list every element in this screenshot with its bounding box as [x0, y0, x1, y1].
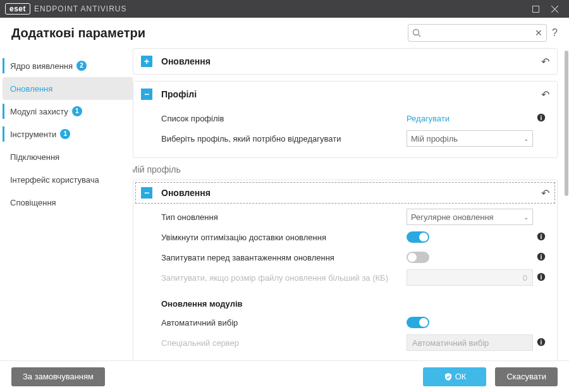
- sidebar-badge: 1: [72, 106, 82, 116]
- custom-server-label: Спеціальний сервер: [161, 338, 407, 348]
- edit-link[interactable]: Редагувати: [407, 114, 450, 123]
- optimize-toggle[interactable]: [407, 231, 429, 243]
- sidebar-item-label: Сповіщення: [10, 198, 56, 207]
- chevron-down-icon: ⌄: [523, 214, 529, 221]
- svg-line-4: [419, 35, 421, 37]
- collapse-minus-icon[interactable]: −: [141, 187, 152, 199]
- ask-size-input: 0: [407, 269, 533, 286]
- svg-text:i: i: [541, 273, 542, 280]
- sidebar-item-connection[interactable]: Підключення: [3, 145, 133, 168]
- select-profile-label: Виберіть профіль, який потрібно відредаг…: [161, 134, 407, 144]
- svg-text:i: i: [541, 338, 542, 345]
- header: Додаткові параметри ✕ ?: [0, 18, 569, 48]
- panel-header[interactable]: − Оновлення ↶: [133, 180, 557, 205]
- ask-size-label: Запитувати, якщо розмір файлу оновлення …: [161, 273, 407, 283]
- svg-text:i: i: [541, 253, 542, 260]
- search-icon: [412, 28, 421, 37]
- update-type-label: Тип оновлення: [161, 212, 407, 222]
- scrollbar-thumb[interactable]: [565, 51, 568, 196]
- modules-heading: Оновлення модулів: [161, 299, 549, 309]
- clear-search-icon[interactable]: ✕: [535, 28, 542, 38]
- select-value: Мій профіль: [411, 134, 458, 144]
- undo-icon[interactable]: ↶: [541, 187, 549, 199]
- sidebar-item-protection[interactable]: Модулі захисту 1: [3, 100, 133, 123]
- my-profile-heading: Мій профіль: [133, 164, 558, 175]
- panel-title: Оновлення: [161, 188, 541, 198]
- sidebar-item-label: Інтерфейс користувача: [10, 175, 99, 185]
- svg-point-3: [413, 30, 419, 35]
- sidebar-item-detection[interactable]: Ядро виявлення 2: [3, 54, 133, 77]
- panel-title: Профілі: [161, 89, 541, 99]
- sidebar-badge: 1: [60, 129, 70, 139]
- profile-select[interactable]: Мій профіль ⌄: [407, 130, 533, 147]
- auto-select-toggle[interactable]: [407, 317, 429, 328]
- product-name: ENDPOINT ANTIVIRUS: [34, 4, 126, 13]
- info-icon[interactable]: i: [533, 252, 549, 263]
- ask-download-toggle[interactable]: [407, 252, 429, 263]
- update-type-select[interactable]: Регулярне оновлення ⌄: [407, 209, 533, 225]
- shield-icon: [444, 372, 453, 381]
- scrollbar[interactable]: [564, 48, 569, 360]
- footer: За замовчуванням ОК Скасувати: [0, 360, 569, 392]
- sidebar-item-label: Інструменти: [10, 130, 56, 139]
- cancel-button[interactable]: Скасувати: [495, 367, 558, 386]
- maximize-icon[interactable]: [526, 0, 545, 18]
- sidebar-item-label: Ядро виявлення: [10, 61, 73, 71]
- sidebar-item-tools[interactable]: Інструменти 1: [3, 123, 133, 145]
- sidebar-item-label: Підключення: [10, 152, 59, 162]
- panel-updates-collapsed: + Оновлення ↶: [133, 48, 558, 75]
- chevron-down-icon: ⌄: [523, 135, 529, 142]
- panel-update-section: − Оновлення ↶ Тип оновлення Регулярне он…: [133, 180, 558, 360]
- ok-button[interactable]: ОК: [423, 367, 486, 386]
- sidebar-item-label: Оновлення: [10, 84, 52, 94]
- sidebar-item-label: Модулі захисту: [10, 107, 68, 116]
- select-value: Регулярне оновлення: [411, 212, 494, 222]
- svg-rect-0: [532, 6, 539, 12]
- collapse-minus-icon[interactable]: −: [141, 89, 152, 100]
- panel-header[interactable]: − Профілі ↶: [133, 82, 557, 107]
- sidebar: Ядро виявлення 2 Оновлення Модулі захист…: [0, 48, 133, 360]
- expand-plus-icon[interactable]: +: [141, 56, 152, 67]
- info-icon[interactable]: i: [533, 232, 549, 243]
- ask-download-label: Запитувати перед завантаженням оновлення: [161, 253, 407, 262]
- search-box[interactable]: ✕: [408, 24, 547, 42]
- help-button[interactable]: ?: [552, 27, 558, 39]
- panel-header[interactable]: + Оновлення ↶: [133, 49, 557, 74]
- search-input[interactable]: [424, 28, 532, 38]
- sidebar-item-ui[interactable]: Інтерфейс користувача: [3, 168, 133, 191]
- custom-server-input: Автоматичний вибір: [407, 334, 533, 351]
- info-icon[interactable]: i: [533, 338, 549, 348]
- profile-list-label: Список профілів: [161, 114, 407, 123]
- page-title: Додаткові параметри: [11, 26, 408, 40]
- info-icon[interactable]: i: [533, 113, 549, 124]
- optimize-label: Увімкнути оптимізацію доставки оновлення: [161, 233, 407, 242]
- brand-logo: eset: [5, 3, 30, 15]
- info-icon[interactable]: i: [533, 273, 549, 283]
- close-icon[interactable]: [545, 0, 564, 18]
- undo-icon[interactable]: ↶: [541, 89, 549, 101]
- content-area: + Оновлення ↶ − Профілі ↶ Список профілі…: [133, 48, 569, 360]
- title-bar: eset ENDPOINT ANTIVIRUS: [0, 0, 569, 18]
- default-button[interactable]: За замовчуванням: [11, 367, 105, 386]
- panel-profiles: − Профілі ↶ Список профілів Редагувати i…: [133, 81, 558, 158]
- svg-text:i: i: [541, 114, 542, 121]
- svg-text:i: i: [541, 233, 542, 240]
- panel-title: Оновлення: [161, 56, 541, 66]
- sidebar-item-notifications[interactable]: Сповіщення: [3, 191, 133, 214]
- auto-select-label: Автоматичний вибір: [161, 318, 407, 328]
- undo-icon[interactable]: ↶: [541, 56, 549, 68]
- sidebar-badge: 2: [76, 61, 87, 71]
- sidebar-item-update[interactable]: Оновлення: [3, 77, 133, 100]
